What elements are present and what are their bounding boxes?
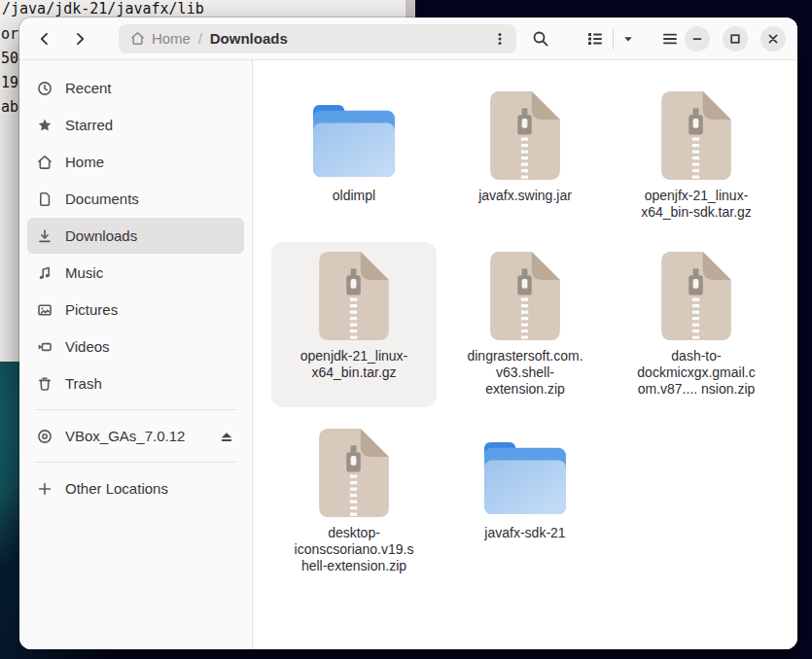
archive-icon — [478, 87, 572, 181]
file-name-label: javafx.swing.jar — [478, 188, 572, 204]
view-toggle-divider — [613, 28, 614, 50]
main-menu-button[interactable] — [655, 24, 685, 53]
breadcrumb-separator: / — [198, 31, 202, 47]
sidebar-places: RecentStarredHomeDocumentsDownloadsMusic… — [25, 70, 246, 401]
maximize-icon — [727, 31, 743, 47]
file-name-label: javafx-sdk-21 — [484, 525, 565, 541]
forward-button[interactable] — [66, 25, 93, 52]
close-icon — [765, 31, 781, 47]
sidebar-item-starred[interactable]: Starred — [27, 107, 244, 143]
list-view-button[interactable] — [581, 24, 610, 53]
file-name-label: openjdk-21_linux- x64_bin.tar.gz — [300, 348, 408, 381]
sidebar-item-label: Home — [65, 154, 104, 170]
file-item-javafx-swing-jar[interactable]: javafx.swing.jar — [442, 82, 608, 230]
sidebar-item-other-locations[interactable]: Other Locations — [27, 470, 244, 506]
sidebar-item-label: Starred — [65, 117, 113, 133]
minimize-icon — [689, 31, 705, 47]
home-icon — [130, 31, 145, 46]
folder-icon — [478, 425, 572, 518]
document-icon — [37, 191, 53, 207]
file-item-dingrastersoft-com[interactable]: dingrastersoft.com. v63.shell- extension… — [442, 242, 608, 407]
files-window: Home / Downloads — [19, 17, 797, 649]
file-item-openjdk-21-linux[interactable]: openjdk-21_linux- x64_bin.tar.gz — [271, 242, 437, 407]
file-name-label: dingrastersoft.com. v63.shell- extension… — [467, 348, 583, 398]
back-button[interactable] — [31, 25, 58, 52]
sidebar-item-documents[interactable]: Documents — [27, 181, 244, 217]
breadcrumb-current[interactable]: Downloads — [210, 30, 288, 47]
hamburger-menu-icon — [661, 30, 679, 48]
sidebar-item-label: Other Locations — [65, 480, 168, 497]
file-item-oldimpl[interactable]: oldimpl — [271, 82, 437, 230]
breadcrumb-root-label: Home — [152, 30, 191, 47]
trash-icon — [37, 376, 53, 392]
folder-icon — [307, 87, 401, 181]
sidebar-item-vbox-gas-7-0-12[interactable]: VBox_GAs_7.0.12 — [27, 418, 244, 454]
plus-icon — [37, 481, 53, 497]
archive-icon — [307, 248, 401, 341]
file-grid: oldimpljavafx.swing.jaropenjfx-21_linux-… — [253, 60, 797, 649]
sidebar-item-label: Recent — [65, 80, 112, 96]
terminal-scrollbar[interactable] — [406, 0, 415, 17]
sidebar-item-label: Downloads — [65, 227, 137, 244]
breadcrumb-home[interactable]: Home — [130, 30, 191, 47]
eject-icon[interactable] — [219, 429, 234, 444]
file-name-label: oldimpl — [333, 188, 375, 204]
sidebar-item-label: Videos — [65, 338, 110, 355]
header-bar: Home / Downloads — [19, 17, 797, 60]
list-view-icon — [586, 30, 604, 48]
archive-icon — [650, 248, 743, 341]
view-toggle-group — [581, 24, 640, 53]
file-name-label: desktop- iconscsoriano.v19.s hell-extens… — [295, 525, 414, 574]
sidebar-item-label: Music — [65, 264, 103, 281]
path-menu-button[interactable] — [487, 26, 512, 52]
sidebar-item-label: Trash — [65, 375, 102, 392]
sidebar-item-label: Pictures — [65, 301, 118, 318]
terminal-text-line: /java/jdk-21/javafx/lib — [2, 0, 204, 17]
sidebar-item-videos[interactable]: Videos — [27, 329, 244, 364]
sidebar-item-trash[interactable]: Trash — [27, 365, 244, 401]
sidebar-item-downloads[interactable]: Downloads — [27, 218, 244, 254]
disc-icon — [37, 429, 53, 444]
search-icon — [532, 30, 549, 48]
file-name-label: openjfx-21_linux- x64_bin-sdk.tar.gz — [641, 188, 752, 221]
file-name-label: dash-to- dockmicxgx.gmail.c om.v87.... n… — [637, 348, 755, 398]
file-item-dash-to[interactable]: dash-to- dockmicxgx.gmail.c om.v87.... n… — [614, 242, 779, 407]
view-options-button[interactable] — [617, 24, 640, 53]
sidebar-item-music[interactable]: Music — [27, 255, 244, 291]
chevron-down-icon — [621, 32, 635, 46]
maximize-button[interactable] — [723, 26, 748, 52]
sidebar-item-recent[interactable]: Recent — [27, 70, 244, 106]
home-icon — [37, 155, 53, 170]
window-controls — [685, 26, 786, 52]
sidebar-item-label: VBox_GAs_7.0.12 — [65, 428, 185, 444]
sidebar-divider — [35, 462, 236, 463]
kebab-menu-icon — [492, 31, 508, 47]
archive-icon — [307, 425, 401, 518]
picture-icon — [37, 302, 53, 318]
sidebar-divider — [35, 409, 236, 410]
music-icon — [37, 265, 53, 281]
file-item-openjfx-21-linux[interactable]: openjfx-21_linux- x64_bin-sdk.tar.gz — [614, 82, 779, 230]
minimize-button[interactable] — [685, 26, 710, 52]
chevron-left-icon — [37, 31, 53, 47]
sidebar-other: Other Locations — [25, 470, 246, 506]
star-icon — [37, 118, 53, 133]
clock-icon — [37, 81, 53, 96]
close-button[interactable] — [760, 26, 786, 52]
file-item-javafx-sdk-21[interactable]: javafx-sdk-21 — [442, 419, 608, 584]
sidebar-item-label: Documents — [65, 191, 139, 207]
breadcrumb: Home / Downloads — [119, 24, 516, 53]
archive-icon — [650, 87, 743, 181]
search-button[interactable] — [526, 24, 555, 53]
video-icon — [37, 339, 53, 355]
file-item-desktop[interactable]: desktop- iconscsoriano.v19.s hell-extens… — [271, 419, 437, 584]
chevron-right-icon — [72, 31, 88, 47]
sidebar-item-pictures[interactable]: Pictures — [27, 292, 244, 328]
sidebar-devices: VBox_GAs_7.0.12 — [25, 418, 246, 454]
sidebar-item-home[interactable]: Home — [27, 144, 244, 180]
download-icon — [37, 228, 53, 244]
archive-icon — [478, 248, 572, 341]
sidebar: RecentStarredHomeDocumentsDownloadsMusic… — [19, 60, 253, 649]
